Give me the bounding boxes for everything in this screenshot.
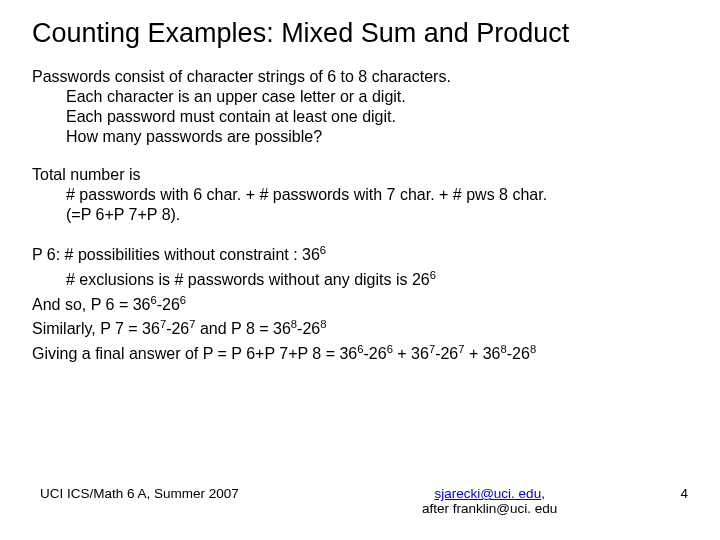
line: How many passwords are possible? [32,127,688,147]
line: # exclusions is # passwords without any … [32,268,688,293]
line: (=P 6+P 7+P 8). [32,205,688,225]
line: Total number is [32,166,141,183]
line: And so, P 6 = 366-266 [32,296,186,313]
line: Each character is an upper case letter o… [32,87,688,107]
footer-email-link[interactable]: sjarecki@uci. edu [434,486,541,501]
footer-course: UCI ICS/Math 6 A, Summer 2007 [40,486,239,501]
line: Similarly, P 7 = 367-267 and P 8 = 368-2… [32,320,326,337]
footer-after: after franklin@uci. edu [422,501,557,516]
footer-comma: , [541,486,545,501]
footer-page-number: 4 [680,486,688,501]
problem-statement: Passwords consist of character strings o… [32,67,688,147]
line: Each password must contain at least one … [32,107,688,127]
slide-footer: UCI ICS/Math 6 A, Summer 2007 sjarecki@u… [0,486,720,516]
slide-title: Counting Examples: Mixed Sum and Product [32,18,688,49]
calculation: P 6: # possibilities without constraint … [32,243,688,367]
line: Passwords consist of character strings o… [32,68,451,85]
footer-contact: sjarecki@uci. edu, after franklin@uci. e… [422,486,557,516]
line: Giving a final answer of P = P 6+P 7+P 8… [32,345,536,362]
line: P 6: # possibilities without constraint … [32,246,326,263]
total-number: Total number is # passwords with 6 char.… [32,165,688,225]
line: # passwords with 6 char. + # passwords w… [32,185,688,205]
